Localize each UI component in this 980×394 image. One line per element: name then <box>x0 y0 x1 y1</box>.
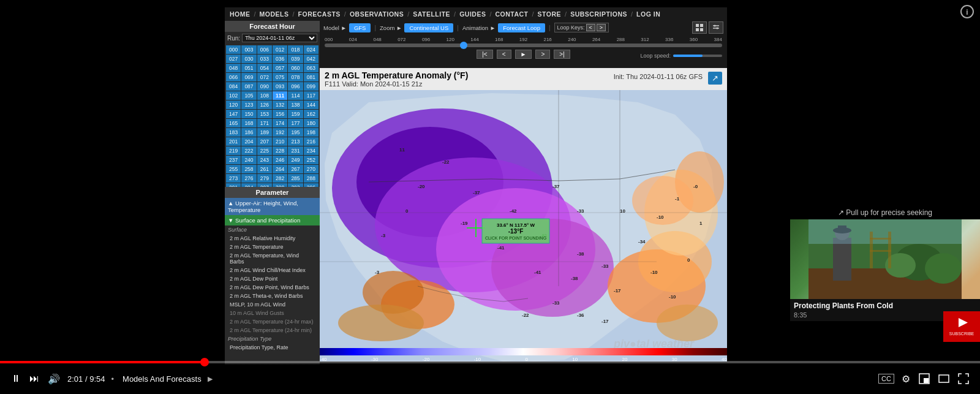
hour-cell-006[interactable]: 006 <box>257 45 272 54</box>
subscribe-button[interactable]: SUBSCRIBE <box>943 311 980 342</box>
settings-button[interactable]: ⚙ <box>900 372 911 386</box>
nav-login[interactable]: LOG IN <box>636 10 660 18</box>
hour-cell-180[interactable]: 180 <box>304 119 318 127</box>
fullscreen-button[interactable] <box>957 372 970 385</box>
tl-last-btn[interactable]: >| <box>554 50 570 59</box>
hour-cell-120[interactable]: 120 <box>226 100 241 109</box>
hour-cell-234[interactable]: 234 <box>304 146 318 155</box>
hour-cell-117[interactable]: 117 <box>304 91 318 100</box>
hour-cell-081[interactable]: 081 <box>304 73 318 81</box>
nav-subscriptions[interactable]: SUBSCRIPTIONS <box>570 10 627 18</box>
hour-cell-279[interactable]: 279 <box>257 174 272 183</box>
upper-air-category[interactable]: ▲ Upper-Air: Height, Wind, Temperature <box>225 198 320 215</box>
hour-cell-195[interactable]: 195 <box>288 128 303 137</box>
hour-cell-036[interactable]: 036 <box>273 55 287 63</box>
nav-guides[interactable]: GUIDES <box>459 10 486 18</box>
hour-cell-072[interactable]: 072 <box>257 73 272 81</box>
param-temp-24hr-max[interactable]: 2 m AGL Temperature (24-hr max) <box>225 317 320 326</box>
hour-cell-102[interactable]: 102 <box>226 91 241 100</box>
hour-cell-219[interactable]: 219 <box>226 146 241 155</box>
hour-cell-159[interactable]: 159 <box>288 110 303 118</box>
play-pause-button[interactable]: ⏸ <box>10 372 22 385</box>
hour-cell-189[interactable]: 189 <box>257 128 272 137</box>
hour-cell-198[interactable]: 198 <box>304 128 318 137</box>
param-dew-point[interactable]: 2 m AGL Dew Point <box>225 275 320 283</box>
miniplayer-button[interactable] <box>918 372 931 385</box>
hour-cell-063[interactable]: 063 <box>304 64 318 72</box>
volume-button[interactable]: 🔊 <box>47 372 61 386</box>
hour-cell-177[interactable]: 177 <box>288 119 303 127</box>
hour-cell-204[interactable]: 204 <box>241 137 256 146</box>
hour-cell-042[interactable]: 042 <box>304 55 318 63</box>
param-theta-e[interactable]: 2 m AGL Theta-e, Wind Barbs <box>225 292 320 300</box>
map-options-btn[interactable] <box>709 21 723 34</box>
hour-cell-033[interactable]: 033 <box>257 55 272 63</box>
surface-precip-category[interactable]: ▼ Surface and Precipitation <box>225 215 320 225</box>
tl-play-btn[interactable]: ► <box>515 50 532 59</box>
hour-cell-000[interactable]: 000 <box>226 45 241 54</box>
hour-cell-096[interactable]: 096 <box>288 82 303 91</box>
hour-cell-147[interactable]: 147 <box>226 110 241 118</box>
hour-cell-273[interactable]: 273 <box>226 174 241 183</box>
hour-cell-258[interactable]: 258 <box>241 165 256 173</box>
hour-cell-048[interactable]: 048 <box>226 64 241 72</box>
hour-cell-264[interactable]: 264 <box>273 165 287 173</box>
loop-key-prev[interactable]: < <box>586 24 595 31</box>
hour-cell-231[interactable]: 231 <box>288 146 303 155</box>
hour-cell-069[interactable]: 069 <box>241 73 256 81</box>
param-temp-24hr-min[interactable]: 2 m AGL Temperature (24-hr min) <box>225 326 320 335</box>
hour-cell-207[interactable]: 207 <box>257 137 272 146</box>
hour-cell-066[interactable]: 066 <box>226 73 241 81</box>
hour-cell-267[interactable]: 267 <box>288 165 303 173</box>
timeline-thumb[interactable] <box>460 42 467 49</box>
tl-prev-btn[interactable]: < <box>497 50 511 59</box>
temperature-map[interactable]: 11 -22 -20 -37 -42 -19 -81 -41 -38 -41 -… <box>320 90 727 362</box>
nav-observations[interactable]: OBSERVATIONS <box>350 10 404 18</box>
hour-cell-171[interactable]: 171 <box>257 119 272 127</box>
run-selector[interactable]: Run: Thu 2024-01-11 06z <box>225 32 320 44</box>
video-progress-bar[interactable] <box>0 361 980 363</box>
hour-cell-282[interactable]: 282 <box>273 174 287 183</box>
hour-cell-084[interactable]: 084 <box>226 82 241 91</box>
hour-cell-186[interactable]: 186 <box>241 128 256 137</box>
zoom-continental-btn[interactable]: Continental US <box>404 23 453 32</box>
hour-cell-213[interactable]: 213 <box>288 137 303 146</box>
hour-cell-108[interactable]: 108 <box>257 91 272 100</box>
tl-first-btn[interactable]: |< <box>477 50 492 59</box>
hour-cell-255[interactable]: 255 <box>226 165 241 173</box>
hour-cell-243[interactable]: 243 <box>257 156 272 164</box>
hour-cell-201[interactable]: 201 <box>226 137 241 146</box>
suggested-video[interactable]: Protecting Plants From Cold 8:35 <box>790 219 980 321</box>
param-temperature-wind-barbs[interactable]: 2 m AGL Temperature, Wind Barbs <box>225 251 320 266</box>
hour-cell-039[interactable]: 039 <box>288 55 303 63</box>
share-button[interactable]: ↗ <box>708 72 722 85</box>
info-button[interactable]: i <box>960 5 974 18</box>
progress-thumb[interactable] <box>200 358 209 366</box>
hour-cell-228[interactable]: 228 <box>273 146 287 155</box>
hour-cell-144[interactable]: 144 <box>304 100 318 109</box>
hour-cell-150[interactable]: 150 <box>241 110 256 118</box>
skip-next-button[interactable]: ⏭ <box>28 372 40 385</box>
loop-key-next[interactable]: > <box>597 24 606 31</box>
hour-cell-237[interactable]: 237 <box>226 156 241 164</box>
hour-cell-183[interactable]: 183 <box>226 128 241 137</box>
param-precip-type[interactable]: Precipitation Type, Rate <box>225 343 320 352</box>
param-wind-chill[interactable]: 2 m AGL Wind Chill/Heat Index <box>225 266 320 275</box>
hour-cell-240[interactable]: 240 <box>241 156 256 164</box>
timeline-track[interactable] <box>325 44 722 47</box>
nav-home[interactable]: HOME <box>230 10 251 18</box>
hour-cell-222[interactable]: 222 <box>241 146 256 155</box>
param-dew-point-wind[interactable]: 2 m AGL Dew Point, Wind Barbs <box>225 283 320 292</box>
hour-cell-156[interactable]: 156 <box>273 110 287 118</box>
suggested-video-title[interactable]: Protecting Plants From Cold <box>790 299 980 310</box>
hour-cell-114[interactable]: 114 <box>288 91 303 100</box>
hour-cell-288[interactable]: 288 <box>304 174 318 183</box>
suggested-thumbnail[interactable] <box>790 219 980 299</box>
hour-cell-051[interactable]: 051 <box>241 64 256 72</box>
hour-cell-111[interactable]: 111 <box>273 91 287 100</box>
hour-cell-210[interactable]: 210 <box>273 137 287 146</box>
grid-settings-btn[interactable] <box>692 21 707 34</box>
param-relative-humidity[interactable]: 2 m AGL Relative Humidity <box>225 234 320 243</box>
hour-cell-057[interactable]: 057 <box>273 64 287 72</box>
loop-speed-track[interactable] <box>673 55 722 57</box>
